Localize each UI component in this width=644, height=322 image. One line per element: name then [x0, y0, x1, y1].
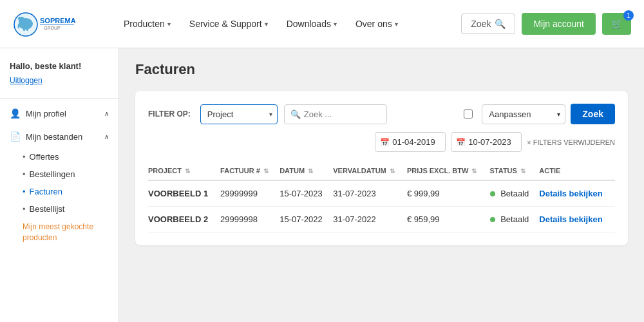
sidebar: Hallo, beste klant! Uitloggen 👤 Mijn pro… [0, 48, 119, 322]
filter-op-label: FILTER OP: [148, 109, 191, 118]
filter-row-2: 📅 📅 FILTERS VERWIJDEREN [148, 132, 615, 152]
nav-item-downloads[interactable]: Downloads ▾ [279, 14, 345, 34]
row-actie: Details bekijken [539, 207, 615, 232]
sidebar-greeting: Hallo, beste klant! [0, 61, 118, 76]
table-body: VOORBEELD 1 29999999 15-07-2023 31-07-20… [148, 180, 615, 232]
status-dot-icon [490, 191, 495, 196]
logout-link[interactable]: Uitloggen [0, 76, 118, 95]
sidebar-item-mijn-bestanden[interactable]: 📄 Mijn bestanden ∧ [0, 125, 118, 148]
calendar-icon: 📅 [380, 138, 390, 147]
nav-item-service-support[interactable]: Service & Support ▾ [182, 14, 276, 34]
header-right: Zoek 🔍 Mijn account 🛒 1 [461, 13, 631, 35]
content-area: Facturen FILTER OP: Project ▾ 🔍 [119, 48, 644, 322]
filter-card: FILTER OP: Project ▾ 🔍 Aanpassen [135, 91, 628, 245]
zoek-button[interactable]: Zoek [571, 104, 615, 124]
sort-icon[interactable]: ⇅ [520, 167, 526, 175]
project-filter-wrap: Project ▾ [200, 104, 278, 124]
row-datum: 15-07-2022 [279, 207, 333, 232]
sidebar-item-meest-gekochte[interactable]: Mijn meest gekochte producten [0, 218, 118, 247]
project-filter-select[interactable]: Project [200, 104, 278, 124]
sidebar-item-facturen[interactable]: Facturen [13, 183, 118, 200]
cart-icon: 🛒 [611, 19, 622, 29]
chevron-up-icon: ∧ [104, 110, 109, 117]
row-prijs: € 999,99 [407, 180, 490, 207]
row-factuur: 29999999 [220, 180, 279, 207]
col-project: PROJECT ⇅ [148, 162, 220, 180]
table-row: VOORBEELD 2 29999998 15-07-2022 31-07-20… [148, 207, 615, 232]
details-bekijken-link[interactable]: Details bekijken [539, 189, 602, 198]
sort-icon[interactable]: ⇅ [471, 167, 477, 175]
chevron-down-icon: ▾ [334, 21, 337, 28]
sidebar-item-bestellijst[interactable]: Bestellijst [13, 200, 118, 218]
svg-rect-4 [23, 28, 25, 31]
logo-area: SOPREMA GROUP [13, 6, 97, 42]
chevron-up-icon: ∧ [104, 133, 109, 140]
nav-item-over-ons[interactable]: Over ons ▾ [348, 14, 406, 34]
person-icon: 👤 [10, 108, 21, 118]
date-filter-area: Aanpassen ▾ Zoek [464, 104, 615, 124]
col-datum: DATUM ⇅ [279, 162, 333, 180]
page-title: Facturen [135, 61, 628, 78]
details-bekijken-link[interactable]: Details bekijken [539, 214, 602, 224]
sidebar-item-offertes[interactable]: Offertes [13, 148, 118, 166]
filter-search-wrap: 🔍 [284, 104, 387, 124]
chevron-down-icon: ▾ [395, 21, 398, 28]
row-project: VOORBEELD 1 [148, 180, 220, 207]
row-status: Betaald [490, 180, 540, 207]
filters-verwijderen-link[interactable]: FILTERS VERWIJDEREN [527, 138, 615, 146]
row-vervaldatum: 31-07-2023 [333, 180, 407, 207]
svg-text:SOPREMA: SOPREMA [40, 17, 76, 24]
search-icon: 🔍 [495, 19, 506, 29]
aanpassen-checkbox[interactable] [464, 109, 473, 118]
row-prijs: € 959,99 [407, 207, 490, 232]
row-datum: 15-07-2023 [279, 180, 333, 207]
chevron-down-icon: ▾ [167, 21, 171, 28]
svg-rect-5 [26, 28, 28, 31]
sidebar-item-mijn-profiel[interactable]: 👤 Mijn profiel ∧ [0, 102, 118, 125]
sidebar-submenu: Offertes Bestellingen Facturen Bestellij… [0, 148, 118, 218]
search-button[interactable]: Zoek 🔍 [461, 14, 515, 34]
aanpassen-select[interactable]: Aanpassen [482, 104, 565, 124]
row-actie: Details bekijken [539, 180, 615, 207]
row-project: VOORBEELD 2 [148, 207, 220, 232]
main-layout: Hallo, beste klant! Uitloggen 👤 Mijn pro… [0, 48, 644, 322]
cart-button[interactable]: 🛒 1 [602, 13, 631, 35]
row-status: Betaald [490, 207, 540, 232]
date-to-wrap: 📅 [451, 132, 522, 152]
col-factuur: FACTUUR # ⇅ [220, 162, 279, 180]
chevron-down-icon: ▾ [265, 21, 268, 28]
sort-icon[interactable]: ⇅ [390, 167, 395, 175]
sidebar-item-bestellingen[interactable]: Bestellingen [13, 166, 118, 183]
col-status: STATUS ⇅ [490, 162, 540, 180]
sort-icon[interactable]: ⇅ [263, 167, 269, 175]
row-vervaldatum: 31-07-2022 [333, 207, 407, 232]
sidebar-divider [0, 98, 118, 99]
main-nav: Producten ▾ Service & Support ▾ Download… [116, 14, 461, 34]
col-actie: ACTIE [539, 162, 615, 180]
cart-count-badge: 1 [623, 10, 634, 21]
logo: SOPREMA GROUP [13, 6, 77, 42]
table-row: VOORBEELD 1 29999999 15-07-2023 31-07-20… [148, 180, 615, 207]
account-button[interactable]: Mijn account [522, 13, 596, 35]
invoice-table: PROJECT ⇅ FACTUUR # ⇅ DATUM ⇅ VERVALDA [148, 162, 615, 232]
row-factuur: 29999998 [220, 207, 279, 232]
header: SOPREMA GROUP Producten ▾ Service & Supp… [0, 0, 644, 48]
filter-row-1: FILTER OP: Project ▾ 🔍 Aanpassen [148, 104, 615, 124]
calendar-icon: 📅 [456, 138, 466, 147]
aanpassen-wrap: Aanpassen ▾ [482, 104, 565, 124]
svg-point-3 [18, 17, 23, 21]
search-icon: 🔍 [290, 109, 301, 119]
table-header: PROJECT ⇅ FACTUUR # ⇅ DATUM ⇅ VERVALDA [148, 162, 615, 180]
col-prijs: PRIJS EXCL. BTW ⇅ [407, 162, 490, 180]
sort-icon[interactable]: ⇅ [185, 167, 190, 175]
nav-item-producten[interactable]: Producten ▾ [116, 14, 178, 34]
col-vervaldatum: VERVALDATUM ⇅ [333, 162, 407, 180]
date-from-wrap: 📅 [375, 132, 446, 152]
svg-text:GROUP: GROUP [44, 26, 61, 30]
sort-icon[interactable]: ⇅ [308, 167, 313, 175]
status-dot-icon [490, 217, 495, 222]
document-icon: 📄 [10, 131, 21, 142]
